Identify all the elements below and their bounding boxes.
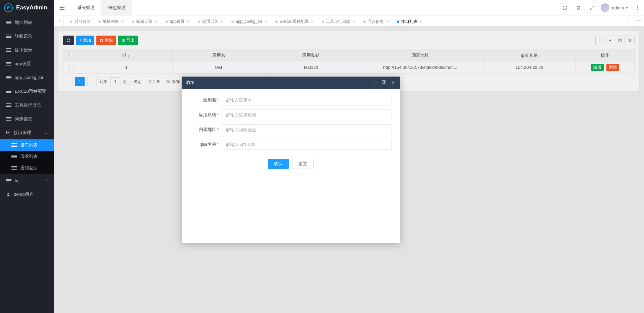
modal-body: 应用名* 应用私钥* 回调地址* ip白名单* 确认 重置 (182, 89, 400, 243)
ip-whitelist-input[interactable] (222, 139, 392, 150)
app-name-input[interactable] (222, 95, 392, 105)
add-modal: 添加 — ✕ 应用名* 应用私钥* 回调地址* ip白名单* 确认 重置 (182, 77, 400, 243)
modal-confirm-button[interactable]: 确认 (268, 159, 289, 169)
svg-rect-24 (382, 81, 384, 84)
form-row-callback: 回调地址* (190, 124, 392, 135)
form-label: 应用名* (190, 97, 222, 103)
callback-url-input[interactable] (222, 124, 392, 135)
modal-title: 添加 (186, 80, 373, 86)
form-row-app-name: 应用名* (190, 95, 392, 105)
maximize-icon (382, 80, 385, 84)
minimize-button[interactable]: — (373, 80, 378, 85)
form-label: 应用私钥* (190, 112, 222, 118)
form-label: 回调地址* (190, 127, 222, 133)
form-row-app-secret: 应用私钥* (190, 109, 392, 120)
close-button[interactable]: ✕ (390, 80, 396, 85)
modal-reset-button[interactable]: 重置 (292, 159, 314, 169)
form-row-whitelist: ip白名单* (190, 139, 392, 150)
maximize-button[interactable] (382, 80, 387, 85)
modal-actions: 确认 重置 (190, 154, 392, 176)
app-secret-input[interactable] (222, 109, 392, 120)
form-label: ip白名单* (190, 141, 222, 147)
modal-header[interactable]: 添加 — ✕ (182, 77, 400, 89)
